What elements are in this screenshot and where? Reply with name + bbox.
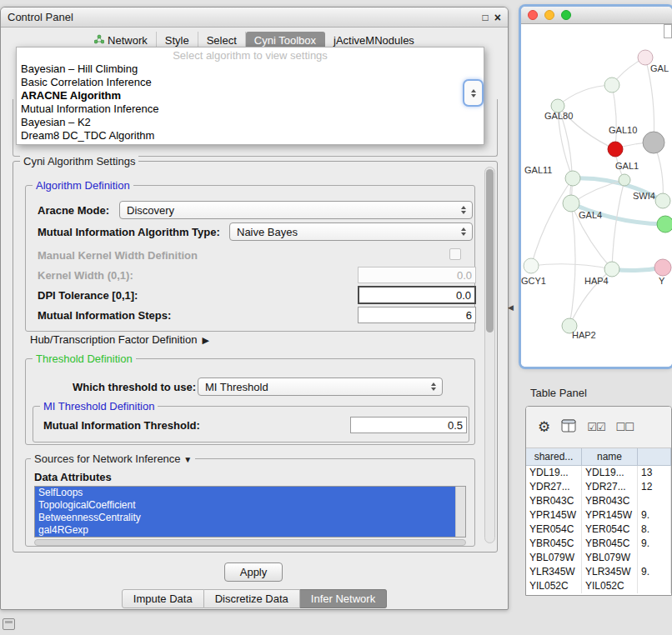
sources-toggle[interactable]: Sources for Network Inference ▼ [31,452,195,465]
network-edge[interactable] [558,85,612,106]
table-cell: 9. [638,537,671,551]
network-node-gal11[interactable] [565,171,580,186]
bottom-tab-discretize-data[interactable]: Discretize Data [204,589,300,608]
table-panel-window: ⚙ ☑☑ ☐☐ shared...name YDL19...YDL19...13… [525,406,672,596]
table-cell: YLR345W [526,565,582,579]
algorithm-option-basic-correlation-inference[interactable]: Basic Correlation Inference [17,76,484,89]
attribute-item-gal4rgexp[interactable]: gal4RGexp [35,524,458,537]
table-row[interactable]: YDR27...YDR27...12 [526,480,671,494]
attributes-list-scrollbar[interactable] [455,487,465,537]
table-row[interactable]: YDL19...YDL19...13 [526,466,671,480]
cyni-algorithm-settings-group: Cyni Algorithm Settings Algorithm Defini… [13,161,498,552]
table-panel-title: Table Panel [530,387,587,399]
network-node-gcy1[interactable] [524,258,539,273]
network-node-hap4[interactable] [604,262,619,277]
network-tab-icon [94,34,104,47]
algorithm-combo-button[interactable] [464,81,482,105]
which-threshold-label: Which threshold to use: [73,381,196,393]
table-cell: YBR045C [582,537,638,551]
network-edge[interactable] [531,264,612,269]
dpi-tolerance-field[interactable] [358,286,476,304]
deselect-all-checks-icon[interactable]: ☐☐ [616,421,634,433]
tab-label: Select [207,34,237,47]
network-node-label: GAL80 [544,111,573,121]
network-edge[interactable] [612,180,624,269]
algorithm-option-dream8-dc-tdc-algorithm[interactable]: Dream8 DC_TDC Algorithm [17,129,484,142]
settings-scrollbar[interactable] [484,167,495,543]
network-node-gal1[interactable] [619,174,630,186]
network-node-swi4[interactable] [655,193,670,208]
expand-arrow-icon: ▶ [202,335,208,345]
table-cell: YIL052C [582,579,638,593]
network-edge[interactable] [612,85,616,149]
table-row[interactable]: YPR145WYPR145W9. [526,508,671,522]
mi-algorithm-type-select[interactable]: Naive Bayes [229,222,473,241]
float-window-icon[interactable]: □ [483,12,489,23]
network-node-label: Y [659,276,665,286]
network-window-titlebar [521,7,672,24]
column-header-extra[interactable] [638,448,671,466]
table-cell: YBL079W [526,551,582,565]
table-row[interactable]: YLR345WYLR345W9. [526,565,671,579]
settings-scrollbar-thumb[interactable] [486,169,494,332]
mi-threshold-field[interactable] [350,417,467,433]
collapsed-panel-icon[interactable] [3,618,15,630]
network-node-y[interactable] [654,259,671,276]
close-window-icon[interactable]: × [494,11,501,24]
table-row[interactable]: YBR043CYBR043C [526,494,671,508]
tab-label: Network [108,34,148,47]
table-cell [638,579,671,593]
column-manager-icon[interactable] [561,419,576,436]
algorithm-option-mutual-information-inference[interactable]: Mutual Information Inference [17,102,484,116]
algorithm-option-bayesian-hill-climbing[interactable]: Bayesian – Hill Climbing [17,62,484,76]
kernel-width-field[interactable] [358,267,476,283]
mi-algorithm-type-value: Naive Bayes [237,226,298,238]
table-cell: YBR045C [526,537,582,551]
table-row[interactable]: YER054CYER054C8. [526,522,671,537]
algorithm-option-bayesian-k2[interactable]: Bayesian – K2 [17,116,484,129]
table-row[interactable]: YBR045CYBR045C9. [526,537,671,551]
manual-kernel-width-checkbox[interactable] [449,248,461,260]
column-header-name[interactable]: name [582,448,638,466]
aracne-mode-select[interactable]: Discovery [119,201,473,219]
splitter-collapse-icon[interactable]: ◀ [508,303,514,312]
table-row[interactable]: YIL052CYIL052C [526,579,671,593]
which-threshold-select[interactable]: MI Threshold [198,378,443,396]
attribute-item-betweennesscentrality[interactable]: BetweennessCentrality [35,512,458,524]
column-header-shared[interactable]: shared... [526,448,582,466]
hub-tf-definition-label: Hub/Transcription Factor Definition [30,333,197,346]
hub-tf-definition-toggle[interactable]: Hub/Transcription Factor Definition▶ [30,333,209,346]
mi-steps-field[interactable] [358,307,476,323]
network-node[interactable] [604,78,619,92]
select-all-checks-icon[interactable]: ☑☑ [587,421,604,433]
network-edge[interactable] [531,178,573,266]
attribute-item-topologicalcoefficient[interactable]: TopologicalCoefficient [35,499,458,512]
dropdown-placeholder: Select algorithm to view settings [17,49,484,62]
close-traffic-light[interactable] [528,10,538,20]
bottom-tab-infer-network[interactable]: Infer Network [300,589,387,608]
network-node[interactable] [643,132,664,153]
minimize-traffic-light[interactable] [544,10,554,20]
network-node-gal10[interactable] [608,142,623,157]
gear-icon[interactable]: ⚙ [538,418,550,436]
table-row[interactable]: YBL079WYBL079W [526,551,671,565]
apply-button[interactable]: Apply [224,562,283,582]
zoom-traffic-light[interactable] [561,10,571,20]
table-cell: 13 [638,466,671,480]
network-node-gal4[interactable] [563,195,579,212]
algorithm-option-aracne-algorithm[interactable]: ARACNE Algorithm [17,89,484,102]
algorithm-definition-title: Algorithm Definition [33,179,133,192]
network-canvas-svg: GALGAL80GAL10GAL11GAL1SWI4GAL4GCY1HAP4YH… [521,24,672,367]
attribute-item-selfloops[interactable]: SelfLoops [35,487,458,499]
mi-threshold-label: Mutual Information Threshold: [43,419,200,432]
combo-arrows-icon [458,206,469,214]
data-attributes-list: SelfLoopsTopologicalCoefficientBetweenne… [35,487,465,537]
network-node[interactable] [657,216,672,232]
bottom-tab-impute-data[interactable]: Impute Data [122,589,204,608]
algorithm-definition-group: Algorithm Definition Aracne Mode: Discov… [25,185,475,332]
network-scrollbar-stub[interactable] [664,24,672,38]
dpi-tolerance-label: DPI Tolerance [0,1]: [38,289,138,302]
network-canvas[interactable]: GALGAL80GAL10GAL11GAL1SWI4GAL4GCY1HAP4YH… [521,24,672,367]
algorithm-dropdown-popup: Select algorithm to view settings Bayesi… [16,47,484,145]
attributes-horizontal-scrollbar[interactable] [34,539,466,546]
